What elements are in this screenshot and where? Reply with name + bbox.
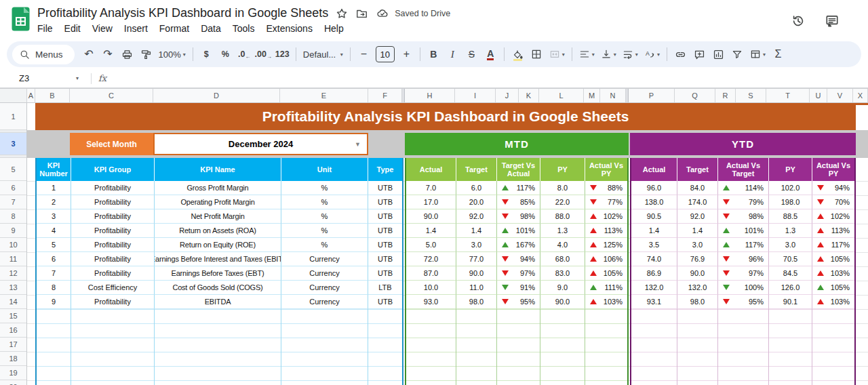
text-color-button[interactable]: A bbox=[481, 45, 500, 64]
cell-kpi-group[interactable]: Profitability bbox=[71, 266, 155, 281]
row-header[interactable]: 13 bbox=[0, 281, 26, 295]
cell-kpi-group[interactable]: Profitability bbox=[71, 295, 155, 309]
cell-unit[interactable]: Currency bbox=[281, 281, 368, 295]
cell-ytd-actual[interactable]: 132.0 bbox=[631, 281, 677, 295]
cell-unit[interactable]: % bbox=[281, 224, 368, 238]
column-header[interactable]: D bbox=[153, 89, 280, 102]
star-icon[interactable] bbox=[336, 7, 348, 20]
cell-mtd-actual-vs-py[interactable]: 77% bbox=[585, 195, 627, 209]
cell-ytd-py[interactable]: 126.0 bbox=[769, 281, 812, 295]
cell-kpi-name[interactable]: Net Profit Margin bbox=[155, 209, 281, 224]
cell-ytd-target[interactable]: 84.0 bbox=[677, 181, 718, 195]
cell-mtd-actual[interactable]: 90.0 bbox=[406, 209, 456, 224]
menu-item[interactable]: Insert bbox=[119, 22, 153, 35]
menu-item[interactable]: View bbox=[87, 22, 118, 35]
undo-button[interactable]: ↶ bbox=[80, 45, 98, 64]
cell-mtd-target-vs-actual[interactable]: 97% bbox=[497, 266, 540, 281]
column-header-cell[interactable]: Actual Vs Target bbox=[718, 158, 769, 181]
cell-mtd-target-vs-actual[interactable]: 91% bbox=[497, 281, 540, 295]
cell-kpi-name[interactable]: Operating Profit Margin bbox=[155, 195, 281, 209]
cell-kpi-group[interactable]: Profitability bbox=[71, 252, 155, 266]
cell-type[interactable]: UTB bbox=[368, 238, 402, 252]
cell-kpi-group[interactable]: Cost Efficiency bbox=[71, 281, 155, 295]
row-header-selected[interactable]: 3 bbox=[0, 133, 26, 155]
cell-ytd-actual-vs-py[interactable]: 103% bbox=[812, 295, 854, 309]
cell-mtd-target-vs-actual[interactable]: 167% bbox=[497, 238, 540, 252]
cell-unit[interactable]: % bbox=[281, 238, 368, 252]
row-header[interactable]: 10 bbox=[0, 238, 26, 252]
cell-mtd-actual-vs-py[interactable]: 103% bbox=[585, 295, 627, 309]
cell-mtd-target[interactable]: 77.0 bbox=[456, 252, 497, 266]
month-dropdown[interactable]: December 2024 ▼ bbox=[153, 133, 368, 155]
cell-mtd-target[interactable]: 92.0 bbox=[456, 209, 497, 224]
cell-kpi-name[interactable]: Earnings Before Taxes (EBT) bbox=[155, 266, 281, 281]
cell-ytd-actual-vs-target[interactable]: 95% bbox=[718, 295, 769, 309]
paint-format-button[interactable] bbox=[137, 45, 155, 64]
format-currency-button[interactable]: $ bbox=[197, 45, 216, 64]
cell-ytd-py[interactable]: 198.0 bbox=[769, 195, 812, 209]
more-formats-button[interactable]: 123 bbox=[273, 45, 292, 64]
document-title[interactable]: Profitability Analysis KPI Dashboard in … bbox=[37, 6, 328, 20]
column-header-cell[interactable]: Target Vs Actual bbox=[497, 158, 540, 181]
move-to-folder-icon[interactable] bbox=[355, 7, 368, 20]
row-header[interactable]: 6 bbox=[0, 181, 26, 195]
cell-ytd-actual-vs-target[interactable]: 79% bbox=[718, 195, 769, 209]
column-header[interactable]: R bbox=[715, 89, 736, 102]
cell-ytd-target[interactable]: 132.0 bbox=[677, 281, 718, 295]
cell-kpi-number[interactable]: 7 bbox=[37, 266, 71, 281]
cell-kpi-group[interactable]: Profitability bbox=[71, 195, 155, 209]
cell-unit[interactable]: % bbox=[281, 209, 368, 224]
empty-cells-area[interactable] bbox=[406, 309, 627, 385]
row-header[interactable]: 9 bbox=[0, 224, 26, 238]
cell-kpi-number[interactable]: 2 bbox=[37, 195, 71, 209]
create-filter-button[interactable] bbox=[728, 45, 747, 64]
menu-item[interactable]: Format bbox=[154, 22, 195, 35]
cell-ytd-actual-vs-py[interactable]: 105% bbox=[812, 281, 854, 295]
cell-ytd-target[interactable]: 3.0 bbox=[677, 238, 718, 252]
cell-kpi-name[interactable]: Cost of Goods Sold (COGS) bbox=[155, 281, 281, 295]
cell-unit[interactable]: % bbox=[281, 181, 368, 195]
font-select[interactable]: Defaul...▾ bbox=[300, 45, 346, 64]
cell-kpi-group[interactable]: Profitability bbox=[71, 181, 155, 195]
cell-mtd-actual[interactable]: 87.0 bbox=[406, 266, 456, 281]
cell-mtd-target-vs-actual[interactable]: 101% bbox=[497, 224, 540, 238]
cell-mtd-actual[interactable]: 7.0 bbox=[406, 181, 456, 195]
column-header[interactable]: T bbox=[766, 89, 810, 102]
row-header[interactable]: 12 bbox=[0, 266, 26, 281]
cell-ytd-actual[interactable]: 1.4 bbox=[631, 224, 677, 238]
cell-ytd-target[interactable]: 174.0 bbox=[677, 195, 718, 209]
cell-ytd-target[interactable]: 1.4 bbox=[677, 224, 718, 238]
row-header[interactable]: 1 bbox=[0, 103, 26, 130]
cell-ytd-py[interactable]: 88.5 bbox=[769, 209, 812, 224]
functions-button[interactable]: Σ bbox=[769, 45, 787, 64]
cell-mtd-actual[interactable]: 10.0 bbox=[406, 281, 456, 295]
bold-button[interactable]: B bbox=[425, 45, 443, 64]
increase-decimal-button[interactable]: .00→ bbox=[254, 45, 273, 64]
zoom-select[interactable]: 100%▾ bbox=[156, 45, 189, 64]
column-header[interactable]: U bbox=[810, 89, 827, 102]
cell-mtd-target[interactable]: 6.0 bbox=[456, 181, 497, 195]
cell-mtd-actual-vs-py[interactable]: 125% bbox=[585, 238, 627, 252]
mtd-section-header[interactable]: MTD bbox=[405, 133, 629, 155]
cell-mtd-target-vs-actual[interactable]: 94% bbox=[497, 252, 540, 266]
row-header[interactable]: 17 bbox=[0, 338, 26, 352]
menu-item[interactable]: Edit bbox=[59, 22, 86, 35]
insert-chart-button[interactable] bbox=[709, 45, 728, 64]
cell-mtd-target[interactable]: 11.0 bbox=[456, 281, 497, 295]
column-header[interactable]: A bbox=[27, 89, 35, 102]
print-button[interactable] bbox=[118, 45, 136, 64]
menu-item[interactable]: File bbox=[32, 22, 58, 35]
decrease-font-size-button[interactable]: − bbox=[355, 45, 373, 64]
cell-type[interactable]: UTB bbox=[368, 266, 402, 281]
column-header-cell[interactable]: KPI Group bbox=[71, 158, 155, 181]
text-rotation-button[interactable]: A ▾ bbox=[642, 45, 663, 64]
cell-ytd-actual-vs-target[interactable]: 97% bbox=[718, 266, 769, 281]
cell-kpi-number[interactable]: 3 bbox=[37, 209, 71, 224]
comment-history-icon[interactable] bbox=[825, 14, 840, 28]
cell-ytd-target[interactable]: 76.9 bbox=[677, 252, 718, 266]
cell-mtd-actual-vs-py[interactable]: 102% bbox=[585, 209, 627, 224]
column-header[interactable]: K bbox=[519, 89, 539, 102]
column-header-cell[interactable]: Actual Vs PY bbox=[812, 158, 854, 181]
column-header-cell[interactable]: KPI Number bbox=[37, 158, 71, 181]
column-header[interactable]: X bbox=[853, 89, 868, 102]
